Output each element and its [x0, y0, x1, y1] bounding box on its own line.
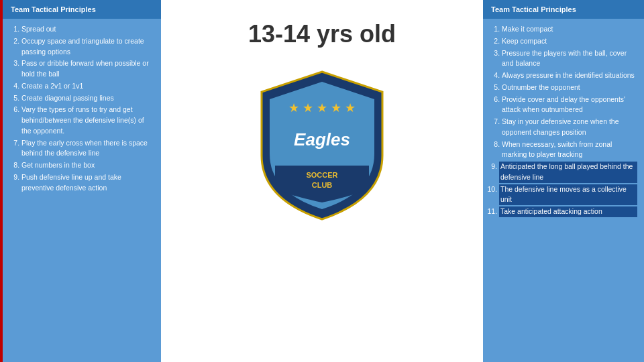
right-panel-header: Team Tactical Principles: [483, 0, 644, 19]
list-item: Push defensive line up and take preventi…: [21, 172, 154, 194]
right-panel-list: Make it compactKeep compactPressure the …: [490, 24, 637, 217]
list-item: Provide cover and delay the opponents' a…: [502, 95, 637, 116]
list-item: Create diagonal passing lines: [21, 93, 154, 104]
list-item: Always pressure in the identified situat…: [502, 70, 637, 81]
list-item: Get numbers in the box: [21, 160, 154, 171]
right-panel: Team Tactical Principles Make it compact…: [483, 0, 644, 362]
center-panel: 13-14 yrs old ★ ★ ★ ★ ★ Eagles SOCCER CL…: [161, 0, 483, 362]
main-container: Team Tactical Principles Spread outOccup…: [0, 0, 644, 362]
list-item: Keep compact: [502, 36, 637, 47]
list-item: Anticipated the long ball played behind …: [499, 162, 637, 183]
team-logo: ★ ★ ★ ★ ★ Eagles SOCCER CLUB: [255, 68, 389, 223]
list-item: When necessary, switch from zonal markin…: [502, 139, 637, 161]
svg-text:SOCCER: SOCCER: [306, 171, 337, 179]
list-item: The defensive line moves as a collective…: [499, 184, 637, 206]
svg-text:CLUB: CLUB: [312, 181, 333, 189]
list-item: Make it compact: [502, 24, 637, 35]
logo-container: ★ ★ ★ ★ ★ Eagles SOCCER CLUB: [255, 68, 389, 223]
list-item: Create a 2v1 or 1v1: [21, 81, 154, 92]
list-item: Pressure the players with the ball, cove…: [502, 48, 637, 70]
list-item: Stay in your defensive zone when the opp…: [502, 117, 637, 138]
left-panel: Team Tactical Principles Spread outOccup…: [0, 0, 161, 362]
list-item: Pass or dribble forward when possible or…: [21, 58, 154, 80]
svg-text:Eagles: Eagles: [294, 129, 350, 149]
list-item: Outnumber the opponent: [502, 82, 637, 93]
list-item: Vary the types of runs to try and get be…: [21, 105, 154, 136]
svg-text:★ ★ ★ ★ ★: ★ ★ ★ ★ ★: [288, 101, 356, 115]
list-item: Spread out: [21, 24, 154, 35]
list-item: Take anticipated attacking action: [499, 206, 637, 217]
left-panel-list: Spread outOccupy space and triangulate t…: [9, 24, 154, 193]
left-panel-header: Team Tactical Principles: [3, 0, 161, 19]
list-item: Occupy space and triangulate to create p…: [21, 36, 154, 58]
right-panel-body: Make it compactKeep compactPressure the …: [483, 19, 644, 362]
list-item: Play the early cross when there is space…: [21, 138, 154, 160]
left-panel-body: Spread outOccupy space and triangulate t…: [3, 19, 161, 362]
page-title: 13-14 yrs old: [248, 20, 396, 48]
